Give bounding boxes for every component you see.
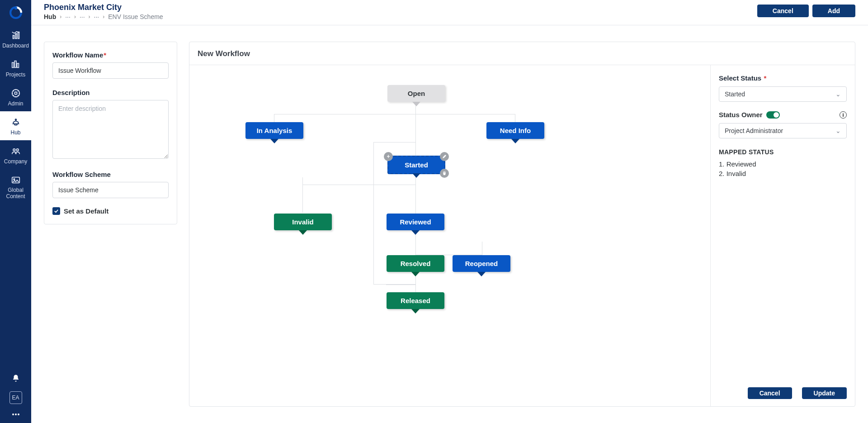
mapped-status-item: 1. Reviewed [719, 160, 847, 168]
edge [386, 285, 415, 285]
workflow-name-input[interactable] [52, 62, 169, 79]
notifications-button[interactable] [0, 368, 31, 389]
mapped-status-item: 2. Invalid [719, 170, 847, 177]
node-need-info[interactable]: Need Info [486, 122, 544, 139]
node-open[interactable]: Open [387, 85, 445, 102]
node-in-analysis[interactable]: In Analysis [245, 122, 303, 139]
breadcrumb-leaf: ENV Issue Scheme [108, 13, 163, 20]
add-button[interactable]: Add [812, 5, 855, 17]
breadcrumb-ellipsis[interactable]: ··· [65, 13, 71, 20]
delete-icon[interactable] [440, 169, 449, 178]
workflow-form-panel: Workflow Name* Description Workflow Sche… [44, 42, 177, 224]
select-status-value: Started [725, 90, 745, 98]
company-icon [10, 146, 21, 157]
sidebar: Dashboard Projects Admin Hub Company Glo… [0, 0, 31, 423]
breadcrumb-root[interactable]: Hub [44, 13, 56, 20]
dashboard-icon [10, 30, 21, 41]
app-logo [7, 4, 25, 22]
main-area: Phoenix Market City Hub › ··· › ··· › ··… [31, 0, 868, 423]
add-icon[interactable]: + [384, 152, 393, 161]
set-default-label: Set as Default [64, 207, 108, 215]
node-reopened[interactable]: Reopened [453, 255, 510, 272]
inspector-update-button[interactable]: Update [802, 387, 847, 399]
page-header: Phoenix Market City Hub › ··· › ··· › ··… [31, 0, 868, 25]
chevron-right-icon: › [103, 14, 104, 20]
chevron-down-icon: ⌄ [835, 90, 841, 98]
page-title: Phoenix Market City [44, 3, 163, 12]
status-owner-toggle[interactable] [766, 111, 780, 119]
set-default-checkbox[interactable]: Set as Default [52, 207, 169, 215]
svg-rect-5 [12, 62, 14, 67]
edge [415, 242, 482, 255]
svg-point-9 [12, 90, 19, 97]
nav-label: Hub [10, 129, 20, 136]
nav-admin[interactable]: Admin [0, 82, 31, 111]
nav-projects[interactable]: Projects [0, 53, 31, 82]
nav-label: Projects [6, 71, 25, 78]
chevron-right-icon: › [74, 14, 76, 20]
user-avatar[interactable]: EA [0, 389, 31, 409]
svg-rect-2 [13, 35, 14, 38]
edge [302, 177, 303, 213]
svg-point-11 [13, 149, 15, 151]
workflow-scheme-input[interactable] [52, 182, 169, 198]
chevron-down-icon: ⌄ [835, 127, 841, 134]
svg-rect-7 [17, 63, 19, 67]
projects-icon [10, 59, 21, 70]
nav-label: Dashboard [2, 43, 29, 49]
info-icon[interactable]: i [840, 111, 847, 119]
edge [302, 185, 416, 185]
status-inspector: Select Status * Started ⌄ Status Owner i… [710, 65, 855, 406]
inspector-cancel-button[interactable]: Cancel [748, 387, 792, 399]
checkbox-icon [52, 207, 60, 215]
mapped-status-title: MAPPED STATUS [719, 148, 847, 156]
description-input[interactable] [52, 100, 169, 159]
svg-point-15 [12, 413, 14, 415]
nav-hub[interactable]: Hub [0, 111, 31, 140]
hub-icon [10, 117, 21, 128]
breadcrumb-ellipsis[interactable]: ··· [94, 13, 99, 20]
nav-company[interactable]: Company [0, 140, 31, 169]
cancel-button[interactable]: Cancel [757, 5, 809, 17]
svg-rect-1 [14, 6, 17, 10]
breadcrumb: Hub › ··· › ··· › ··· › ENV Issue Scheme [44, 13, 163, 20]
name-label: Workflow Name* [52, 51, 169, 59]
nav-label: Admin [8, 100, 23, 107]
breadcrumb-ellipsis[interactable]: ··· [80, 13, 85, 20]
edge [274, 114, 515, 128]
nav-label: Company [4, 158, 27, 165]
node-released[interactable]: Released [387, 292, 444, 309]
canvas-title: New Workflow [189, 42, 855, 65]
chevron-right-icon: › [60, 14, 61, 20]
svg-point-10 [15, 119, 16, 120]
node-resolved[interactable]: Resolved [387, 255, 444, 272]
node-reviewed[interactable]: Reviewed [387, 214, 444, 230]
admin-icon [10, 88, 21, 99]
node-invalid[interactable]: Invalid [274, 214, 332, 230]
description-label: Description [52, 89, 169, 96]
svg-point-17 [18, 413, 19, 415]
svg-point-12 [16, 149, 19, 151]
workflow-canvas[interactable]: Open In Analysis Need Info Started + Inv… [189, 65, 710, 406]
nav-global-content[interactable]: Global Content [0, 169, 31, 204]
status-owner-dropdown[interactable]: Project Administrator ⌄ [719, 123, 847, 138]
scheme-label: Workflow Scheme [52, 171, 169, 178]
select-status-label: Select Status * [719, 74, 847, 82]
node-started[interactable]: Started + [387, 156, 445, 174]
workflow-canvas-panel: New Workflow Open In Analysis Need Info [189, 42, 855, 407]
nav-label: Global Content [0, 187, 31, 200]
avatar-initials: EA [12, 394, 19, 401]
global-content-icon [10, 175, 21, 185]
more-menu[interactable] [0, 409, 31, 423]
svg-rect-3 [15, 33, 17, 38]
svg-rect-6 [14, 61, 16, 68]
status-owner-value: Project Administrator [725, 127, 783, 134]
svg-point-14 [13, 179, 14, 180]
svg-point-16 [15, 413, 17, 415]
svg-point-8 [14, 92, 17, 95]
select-status-dropdown[interactable]: Started ⌄ [719, 86, 847, 102]
nav-dashboard[interactable]: Dashboard [0, 24, 31, 53]
edit-icon[interactable] [440, 152, 449, 161]
status-owner-label: Status Owner [719, 111, 763, 119]
chevron-right-icon: › [89, 14, 90, 20]
